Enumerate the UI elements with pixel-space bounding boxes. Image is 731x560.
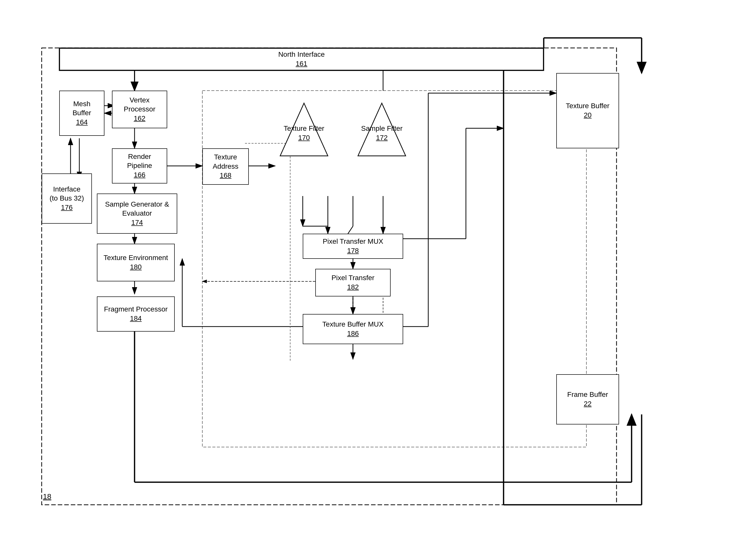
mesh-buffer-node: Mesh Buffer 164: [59, 91, 104, 136]
system-label: 18: [43, 492, 51, 501]
sample-filter-node: Sample Filter 172: [353, 101, 411, 158]
svg-line-18: [348, 226, 353, 234]
texture-address-node: Texture Address 168: [202, 148, 249, 185]
interface-bus-node: Interface(to Bus 32) 176: [42, 173, 92, 224]
north-interface-node: North Interface 161: [59, 48, 544, 71]
pixel-transfer-node: Pixel Transfer 182: [315, 269, 391, 296]
texture-buffer-node: Texture Buffer 20: [556, 73, 619, 148]
pixel-transfer-mux-node: Pixel Transfer MUX 178: [303, 234, 403, 259]
texture-buffer-mux-node: Texture Buffer MUX 186: [303, 314, 403, 344]
vertex-processor-node: Vertex Processor 162: [112, 91, 167, 128]
fragment-processor-node: Fragment Processor 184: [97, 296, 175, 332]
sample-generator-node: Sample Generator & Evaluator 174: [97, 194, 177, 234]
texture-environment-node: Texture Environment 180: [97, 244, 175, 281]
diagram-container: North Interface 161 Mesh Buffer 164 Vert…: [27, 23, 704, 537]
frame-buffer-node: Frame Buffer 22: [556, 374, 619, 424]
render-pipeline-node: Render Pipeline 166: [112, 148, 167, 183]
texture-filter-node: Texture Filter 170: [275, 101, 333, 158]
